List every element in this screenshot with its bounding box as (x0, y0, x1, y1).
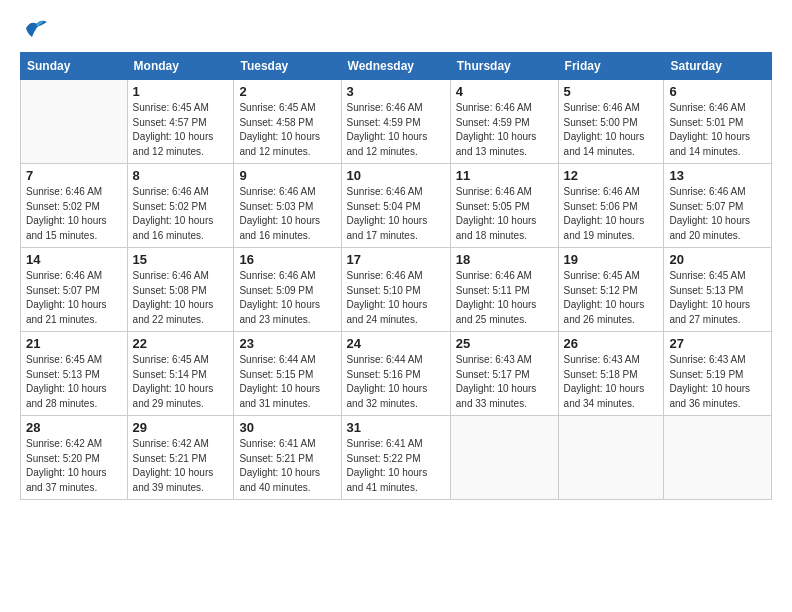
week-row-1: 1Sunrise: 6:45 AMSunset: 4:57 PMDaylight… (21, 80, 772, 164)
calendar-table: SundayMondayTuesdayWednesdayThursdayFrid… (20, 52, 772, 500)
day-number: 16 (239, 252, 335, 267)
calendar-page: SundayMondayTuesdayWednesdayThursdayFrid… (0, 0, 792, 612)
day-info: Sunrise: 6:45 AMSunset: 5:14 PMDaylight:… (133, 353, 229, 411)
calendar-cell: 22Sunrise: 6:45 AMSunset: 5:14 PMDayligh… (127, 332, 234, 416)
weekday-header-thursday: Thursday (450, 53, 558, 80)
day-number: 23 (239, 336, 335, 351)
day-info: Sunrise: 6:46 AMSunset: 5:08 PMDaylight:… (133, 269, 229, 327)
weekday-header-wednesday: Wednesday (341, 53, 450, 80)
calendar-cell: 19Sunrise: 6:45 AMSunset: 5:12 PMDayligh… (558, 248, 664, 332)
calendar-cell: 23Sunrise: 6:44 AMSunset: 5:15 PMDayligh… (234, 332, 341, 416)
calendar-cell: 7Sunrise: 6:46 AMSunset: 5:02 PMDaylight… (21, 164, 128, 248)
day-info: Sunrise: 6:46 AMSunset: 5:02 PMDaylight:… (133, 185, 229, 243)
week-row-2: 7Sunrise: 6:46 AMSunset: 5:02 PMDaylight… (21, 164, 772, 248)
weekday-header-friday: Friday (558, 53, 664, 80)
day-info: Sunrise: 6:46 AMSunset: 5:02 PMDaylight:… (26, 185, 122, 243)
day-info: Sunrise: 6:43 AMSunset: 5:17 PMDaylight:… (456, 353, 553, 411)
calendar-cell: 2Sunrise: 6:45 AMSunset: 4:58 PMDaylight… (234, 80, 341, 164)
day-number: 15 (133, 252, 229, 267)
calendar-cell: 14Sunrise: 6:46 AMSunset: 5:07 PMDayligh… (21, 248, 128, 332)
calendar-cell: 10Sunrise: 6:46 AMSunset: 5:04 PMDayligh… (341, 164, 450, 248)
calendar-cell: 1Sunrise: 6:45 AMSunset: 4:57 PMDaylight… (127, 80, 234, 164)
day-info: Sunrise: 6:46 AMSunset: 5:07 PMDaylight:… (26, 269, 122, 327)
calendar-cell: 30Sunrise: 6:41 AMSunset: 5:21 PMDayligh… (234, 416, 341, 500)
calendar-cell: 13Sunrise: 6:46 AMSunset: 5:07 PMDayligh… (664, 164, 772, 248)
day-number: 10 (347, 168, 445, 183)
day-number: 31 (347, 420, 445, 435)
day-number: 7 (26, 168, 122, 183)
day-number: 18 (456, 252, 553, 267)
calendar-cell: 6Sunrise: 6:46 AMSunset: 5:01 PMDaylight… (664, 80, 772, 164)
calendar-cell: 4Sunrise: 6:46 AMSunset: 4:59 PMDaylight… (450, 80, 558, 164)
calendar-cell (664, 416, 772, 500)
day-number: 4 (456, 84, 553, 99)
day-number: 12 (564, 168, 659, 183)
day-number: 2 (239, 84, 335, 99)
calendar-cell: 12Sunrise: 6:46 AMSunset: 5:06 PMDayligh… (558, 164, 664, 248)
day-number: 25 (456, 336, 553, 351)
day-info: Sunrise: 6:45 AMSunset: 5:13 PMDaylight:… (26, 353, 122, 411)
calendar-cell: 17Sunrise: 6:46 AMSunset: 5:10 PMDayligh… (341, 248, 450, 332)
week-row-5: 28Sunrise: 6:42 AMSunset: 5:20 PMDayligh… (21, 416, 772, 500)
calendar-cell: 18Sunrise: 6:46 AMSunset: 5:11 PMDayligh… (450, 248, 558, 332)
calendar-cell: 8Sunrise: 6:46 AMSunset: 5:02 PMDaylight… (127, 164, 234, 248)
day-number: 3 (347, 84, 445, 99)
day-number: 28 (26, 420, 122, 435)
calendar-cell: 3Sunrise: 6:46 AMSunset: 4:59 PMDaylight… (341, 80, 450, 164)
calendar-cell: 26Sunrise: 6:43 AMSunset: 5:18 PMDayligh… (558, 332, 664, 416)
calendar-cell (450, 416, 558, 500)
calendar-cell (21, 80, 128, 164)
day-info: Sunrise: 6:46 AMSunset: 5:10 PMDaylight:… (347, 269, 445, 327)
day-number: 21 (26, 336, 122, 351)
week-row-4: 21Sunrise: 6:45 AMSunset: 5:13 PMDayligh… (21, 332, 772, 416)
weekday-header-saturday: Saturday (664, 53, 772, 80)
day-number: 5 (564, 84, 659, 99)
day-info: Sunrise: 6:46 AMSunset: 5:01 PMDaylight:… (669, 101, 766, 159)
calendar-cell: 29Sunrise: 6:42 AMSunset: 5:21 PMDayligh… (127, 416, 234, 500)
weekday-header-monday: Monday (127, 53, 234, 80)
day-info: Sunrise: 6:41 AMSunset: 5:22 PMDaylight:… (347, 437, 445, 495)
day-info: Sunrise: 6:45 AMSunset: 4:57 PMDaylight:… (133, 101, 229, 159)
calendar-cell: 25Sunrise: 6:43 AMSunset: 5:17 PMDayligh… (450, 332, 558, 416)
day-number: 22 (133, 336, 229, 351)
calendar-cell: 27Sunrise: 6:43 AMSunset: 5:19 PMDayligh… (664, 332, 772, 416)
day-info: Sunrise: 6:43 AMSunset: 5:19 PMDaylight:… (669, 353, 766, 411)
calendar-cell: 21Sunrise: 6:45 AMSunset: 5:13 PMDayligh… (21, 332, 128, 416)
day-info: Sunrise: 6:43 AMSunset: 5:18 PMDaylight:… (564, 353, 659, 411)
day-number: 19 (564, 252, 659, 267)
day-number: 20 (669, 252, 766, 267)
calendar-cell: 11Sunrise: 6:46 AMSunset: 5:05 PMDayligh… (450, 164, 558, 248)
day-number: 27 (669, 336, 766, 351)
day-info: Sunrise: 6:46 AMSunset: 4:59 PMDaylight:… (456, 101, 553, 159)
day-info: Sunrise: 6:45 AMSunset: 5:12 PMDaylight:… (564, 269, 659, 327)
day-info: Sunrise: 6:46 AMSunset: 5:07 PMDaylight:… (669, 185, 766, 243)
day-info: Sunrise: 6:42 AMSunset: 5:20 PMDaylight:… (26, 437, 122, 495)
day-number: 17 (347, 252, 445, 267)
weekday-header-tuesday: Tuesday (234, 53, 341, 80)
day-number: 8 (133, 168, 229, 183)
day-number: 11 (456, 168, 553, 183)
day-number: 30 (239, 420, 335, 435)
day-number: 29 (133, 420, 229, 435)
weekday-header-sunday: Sunday (21, 53, 128, 80)
calendar-cell: 28Sunrise: 6:42 AMSunset: 5:20 PMDayligh… (21, 416, 128, 500)
day-number: 14 (26, 252, 122, 267)
day-info: Sunrise: 6:46 AMSunset: 5:04 PMDaylight:… (347, 185, 445, 243)
day-info: Sunrise: 6:46 AMSunset: 5:00 PMDaylight:… (564, 101, 659, 159)
day-number: 1 (133, 84, 229, 99)
header (20, 16, 772, 40)
calendar-cell: 5Sunrise: 6:46 AMSunset: 5:00 PMDaylight… (558, 80, 664, 164)
day-info: Sunrise: 6:45 AMSunset: 4:58 PMDaylight:… (239, 101, 335, 159)
day-number: 24 (347, 336, 445, 351)
calendar-cell: 31Sunrise: 6:41 AMSunset: 5:22 PMDayligh… (341, 416, 450, 500)
day-info: Sunrise: 6:41 AMSunset: 5:21 PMDaylight:… (239, 437, 335, 495)
week-row-3: 14Sunrise: 6:46 AMSunset: 5:07 PMDayligh… (21, 248, 772, 332)
day-info: Sunrise: 6:42 AMSunset: 5:21 PMDaylight:… (133, 437, 229, 495)
day-info: Sunrise: 6:45 AMSunset: 5:13 PMDaylight:… (669, 269, 766, 327)
weekday-header-row: SundayMondayTuesdayWednesdayThursdayFrid… (21, 53, 772, 80)
calendar-cell: 16Sunrise: 6:46 AMSunset: 5:09 PMDayligh… (234, 248, 341, 332)
calendar-cell: 15Sunrise: 6:46 AMSunset: 5:08 PMDayligh… (127, 248, 234, 332)
day-info: Sunrise: 6:46 AMSunset: 5:03 PMDaylight:… (239, 185, 335, 243)
calendar-cell: 20Sunrise: 6:45 AMSunset: 5:13 PMDayligh… (664, 248, 772, 332)
day-info: Sunrise: 6:46 AMSunset: 5:06 PMDaylight:… (564, 185, 659, 243)
